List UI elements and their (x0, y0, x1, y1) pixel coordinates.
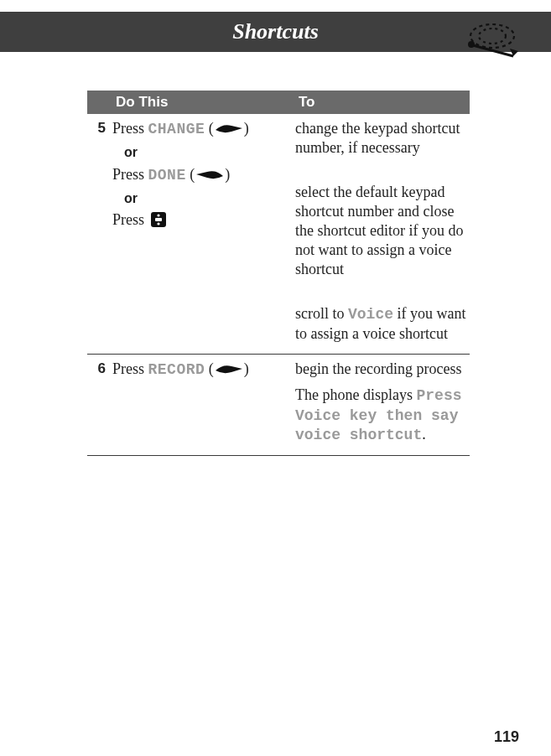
softkey-record-label: RECORD (148, 361, 205, 378)
result-record: begin the recording process (295, 360, 466, 379)
step-do: Press CHANGE () or Press DONE () or Pres… (112, 119, 295, 349)
page-title: Shortcuts (232, 19, 319, 44)
svg-point-2 (468, 41, 475, 48)
svg-point-5 (157, 222, 159, 225)
press-text: Press (112, 360, 148, 377)
voice-label: Voice (348, 306, 393, 323)
table-row: 6 Press RECORD () begin the recording pr… (87, 355, 470, 456)
table-header: Do This To (87, 91, 470, 114)
press-text: Press (112, 120, 148, 137)
left-softkey-icon (195, 168, 224, 181)
or-separator: or (124, 144, 287, 161)
header-do-this: Do This (112, 94, 295, 111)
result-change: change the keypad shortcut number, if ne… (295, 119, 466, 158)
step-number: 5 (87, 119, 112, 349)
press-text: Press (112, 166, 148, 183)
result-done: select the default keypad shortcut numbe… (295, 183, 466, 279)
result-nav: scroll to Voice if you want to assign a … (295, 304, 466, 344)
svg-point-0 (470, 24, 514, 48)
softkey-done-label: DONE (148, 167, 186, 184)
svg-rect-6 (155, 218, 162, 221)
step-number: 6 (87, 360, 112, 450)
step-do: Press RECORD () (112, 360, 295, 450)
result-message: The phone displays Press Voice key then … (295, 386, 466, 445)
svg-point-1 (479, 28, 506, 44)
svg-point-4 (157, 214, 159, 216)
nav-key-icon (150, 211, 167, 228)
swirl-sync-icon (463, 13, 522, 65)
right-softkey-icon (215, 362, 243, 375)
softkey-change-label: CHANGE (148, 121, 205, 137)
press-text: Press (112, 211, 148, 228)
header-to: To (295, 94, 470, 111)
step-to: begin the recording process The phone di… (295, 360, 470, 450)
right-softkey-icon (215, 122, 243, 135)
step-to: change the keypad shortcut number, if ne… (295, 119, 470, 349)
or-separator: or (124, 190, 287, 207)
table-row: 5 Press CHANGE () or Press DONE () or Pr… (87, 114, 470, 355)
page-number: 119 (494, 728, 519, 746)
